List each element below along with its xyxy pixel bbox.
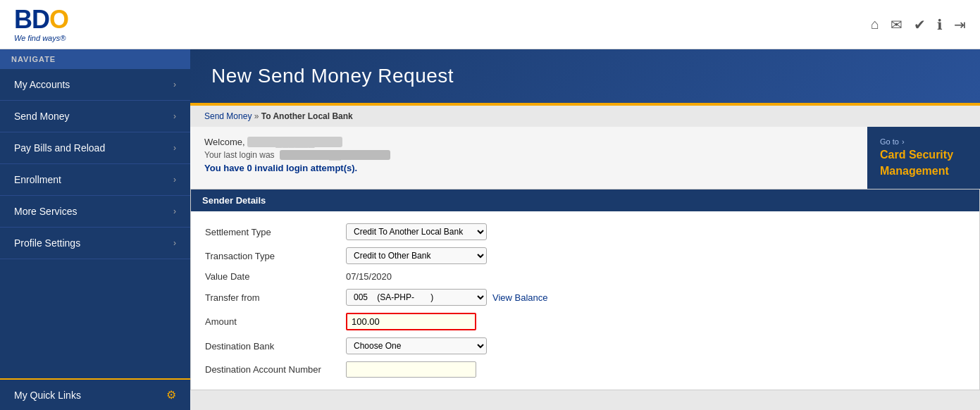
sidebar-item-label: More Services xyxy=(14,206,77,217)
amount-label: Amount xyxy=(205,316,346,327)
chevron-right-icon: › xyxy=(173,111,176,121)
main-layout: NAVIGATE My Accounts › Send Money › Pay … xyxy=(0,49,980,410)
destination-bank-control: Choose One xyxy=(346,337,965,354)
logo-tagline: We find ways® xyxy=(14,34,68,42)
card-security-go-to: Go to › xyxy=(880,137,905,147)
settlement-type-control: Credit To Another Local Bank xyxy=(346,223,965,240)
view-balance-link[interactable]: View Balance xyxy=(492,292,548,303)
transaction-type-select[interactable]: Credit to Other Bank xyxy=(346,247,487,264)
transfer-from-inner: 005 (SA-PHP- ) View Balance xyxy=(346,289,965,306)
breadcrumb-current: To Another Local Bank xyxy=(261,111,353,121)
card-security-button[interactable]: Go to › Card Security Management xyxy=(867,127,980,189)
username-masked: ██████ xyxy=(247,137,342,147)
sender-details-section: Sender Details Settlement Type Credit To… xyxy=(190,189,980,390)
home-icon[interactable]: ⌂ xyxy=(871,16,879,32)
settlement-type-select[interactable]: Credit To Another Local Bank xyxy=(346,223,487,240)
value-date-value: 07/15/2020 xyxy=(346,271,965,282)
welcome-section-row: Welcome, ██████ Your last login was ██ Y… xyxy=(190,127,980,189)
value-date-label: Value Date xyxy=(205,271,346,282)
sidebar-item-pay-bills[interactable]: Pay Bills and Reload › xyxy=(0,132,190,164)
logout-icon[interactable]: ⇥ xyxy=(954,16,966,33)
chevron-right-icon: › xyxy=(173,238,176,248)
sidebar-item-label: Profile Settings xyxy=(14,237,80,249)
breadcrumb-link[interactable]: Send Money xyxy=(204,111,252,121)
transfer-from-row: Transfer from 005 (SA-PHP- ) View Balanc… xyxy=(205,285,965,309)
destination-account-input[interactable] xyxy=(346,361,476,378)
amount-control xyxy=(346,313,965,330)
transfer-from-control: 005 (SA-PHP- ) View Balance xyxy=(346,289,965,306)
chevron-right-icon: › xyxy=(173,143,176,153)
destination-account-row: Destination Account Number xyxy=(205,358,965,381)
content-area: New Send Money Request Send Money » To A… xyxy=(190,49,980,410)
sidebar-nav-label: NAVIGATE xyxy=(0,49,190,69)
destination-account-control xyxy=(346,361,965,378)
check-icon[interactable]: ✔ xyxy=(914,16,926,33)
transaction-type-row: Transaction Type Credit to Other Bank xyxy=(205,244,965,268)
sidebar-item-label: Enrollment xyxy=(14,174,61,185)
sidebar-item-enrollment[interactable]: Enrollment › xyxy=(0,164,190,196)
destination-bank-label: Destination Bank xyxy=(205,341,346,352)
transaction-type-control: Credit to Other Bank xyxy=(346,247,965,264)
transfer-from-label: Transfer from xyxy=(205,292,346,303)
destination-bank-row: Destination Bank Choose One xyxy=(205,334,965,358)
top-bar: BDO We find ways® ⌂ ✉ ✔ ℹ ⇥ xyxy=(0,0,980,49)
invalid-login-text: You have 0 invalid login attempt(s). xyxy=(204,163,853,173)
settlement-type-label: Settlement Type xyxy=(205,227,346,237)
value-date-row: Value Date 07/15/2020 xyxy=(205,268,965,285)
sidebar-item-send-money[interactable]: Send Money › xyxy=(0,101,190,132)
gear-icon[interactable]: ⚙ xyxy=(166,388,176,402)
logo-text: BDO xyxy=(14,7,68,32)
sidebar-item-more-services[interactable]: More Services › xyxy=(0,196,190,228)
page-title: New Send Money Request xyxy=(211,65,454,87)
quick-links-bar[interactable]: My Quick Links ⚙ xyxy=(0,378,190,410)
welcome-section: Welcome, ██████ Your last login was ██ Y… xyxy=(190,127,867,189)
sidebar-item-label: Pay Bills and Reload xyxy=(14,142,105,154)
chevron-right-icon: › xyxy=(173,175,176,185)
sidebar-item-label: My Accounts xyxy=(14,79,70,90)
chevron-right-icon: › xyxy=(173,206,176,216)
header-banner: New Send Money Request xyxy=(190,49,980,106)
value-date-text: 07/15/2020 xyxy=(346,271,392,282)
card-security-title: Card Security Management xyxy=(880,147,953,179)
sender-details-body: Settlement Type Credit To Another Local … xyxy=(191,211,979,390)
scroll-content: Send Money » To Another Local Bank Welco… xyxy=(190,106,980,410)
last-login-text: Your last login was ██ xyxy=(204,150,853,160)
destination-account-label: Destination Account Number xyxy=(205,364,346,375)
last-login-masked: ██ xyxy=(280,150,390,160)
sidebar-item-label: Send Money xyxy=(14,111,70,122)
chevron-right-icon: › xyxy=(173,80,176,89)
sidebar: NAVIGATE My Accounts › Send Money › Pay … xyxy=(0,49,190,410)
sidebar-item-profile-settings[interactable]: Profile Settings › xyxy=(0,228,190,259)
mail-icon[interactable]: ✉ xyxy=(891,16,903,33)
top-icons-bar: ⌂ ✉ ✔ ℹ ⇥ xyxy=(871,16,966,33)
sidebar-item-my-accounts[interactable]: My Accounts › xyxy=(0,69,190,101)
breadcrumb: Send Money » To Another Local Bank xyxy=(190,106,980,127)
amount-row: Amount xyxy=(205,309,965,334)
transfer-account-select[interactable]: 005 (SA-PHP- ) xyxy=(346,289,487,306)
settlement-type-row: Settlement Type Credit To Another Local … xyxy=(205,220,965,244)
quick-links-label: My Quick Links xyxy=(14,390,81,401)
destination-bank-select[interactable]: Choose One xyxy=(346,337,487,354)
info-icon[interactable]: ℹ xyxy=(937,16,943,33)
welcome-text: Welcome, ██████ xyxy=(204,137,853,147)
breadcrumb-separator: » xyxy=(252,111,261,121)
transaction-type-label: Transaction Type xyxy=(205,251,346,261)
sender-details-header: Sender Details xyxy=(191,190,979,211)
logo: BDO We find ways® xyxy=(14,7,68,42)
amount-input[interactable] xyxy=(346,313,476,330)
